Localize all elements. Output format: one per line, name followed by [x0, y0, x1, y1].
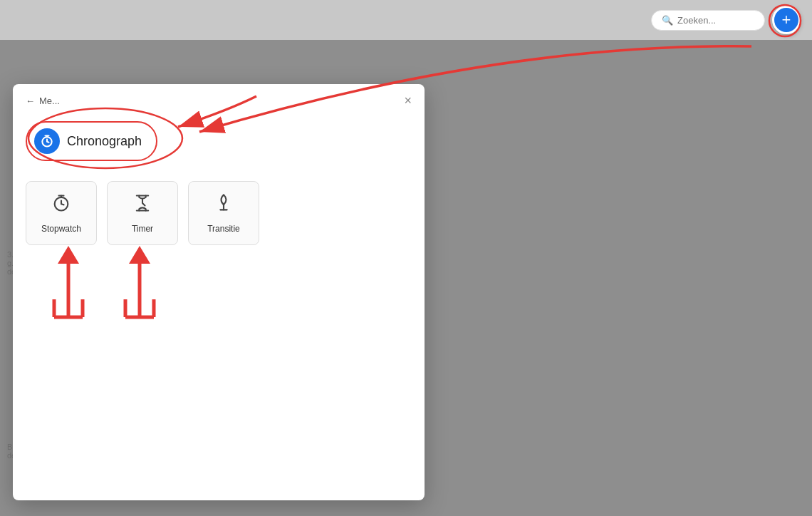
search-box[interactable]: 🔍 [651, 10, 765, 31]
chronograph-label-container: Chronograph [26, 121, 157, 161]
search-input[interactable] [677, 15, 754, 26]
chronograph-section: Chronograph [13, 114, 425, 174]
breadcrumb-label: Me... [39, 96, 60, 106]
modal-breadcrumb: ← Me... [26, 96, 60, 106]
transitie-item[interactable]: Transitie [188, 181, 259, 245]
chronograph-icon [34, 128, 60, 154]
stopwatch-item[interactable]: Stopwatch [26, 181, 97, 245]
search-icon: 🔍 [662, 15, 673, 26]
timer-item[interactable]: Timer [107, 181, 178, 245]
transitie-icon [214, 193, 234, 218]
modal: ← Me... × Chronograph [13, 84, 425, 500]
add-button[interactable]: + [772, 6, 801, 34]
items-grid: Stopwatch Timer [13, 174, 425, 252]
timer-icon [132, 193, 152, 218]
top-bar: 🔍 + [0, 0, 812, 40]
chronograph-text: Chronograph [67, 134, 142, 149]
stopwatch-label: Stopwatch [41, 224, 81, 234]
back-arrow[interactable]: ← [26, 96, 35, 106]
timer-label: Timer [132, 224, 153, 234]
modal-header: ← Me... × [13, 84, 425, 114]
modal-close-button[interactable]: × [404, 94, 412, 107]
transitie-label: Transitie [207, 224, 240, 234]
stopwatch-icon [51, 193, 71, 218]
